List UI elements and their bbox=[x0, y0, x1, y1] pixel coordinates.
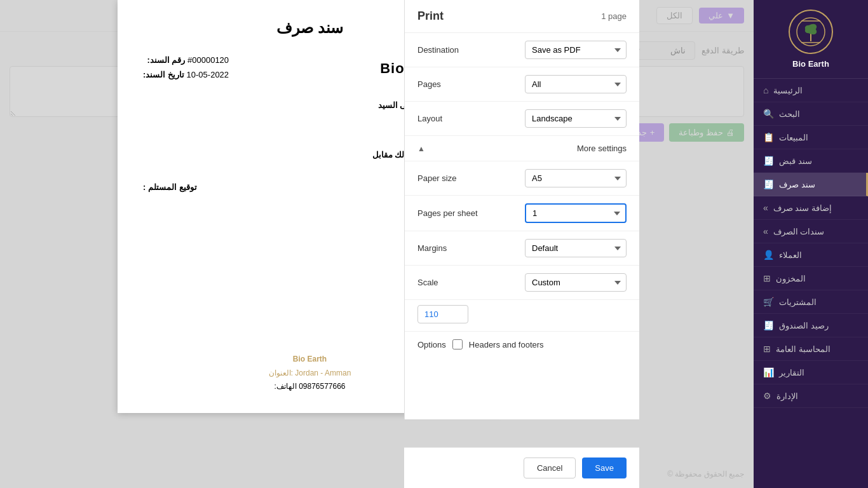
margins-label: Margins bbox=[417, 243, 447, 253]
logo-icon bbox=[795, 16, 827, 48]
scale-label: Scale bbox=[417, 278, 438, 287]
print-title: Print bbox=[417, 10, 444, 23]
scale-input-row bbox=[405, 300, 639, 332]
layout-select[interactable]: Landscape bbox=[525, 109, 627, 128]
destination-label: Destination bbox=[417, 45, 459, 55]
sidebar-logo: Bio Earth bbox=[754, 0, 868, 79]
logo-circle bbox=[789, 10, 833, 54]
payment-icon: 🧾 bbox=[763, 179, 774, 189]
headers-footers-checkbox[interactable] bbox=[452, 339, 463, 349]
more-settings-row[interactable]: ▲ More settings bbox=[405, 136, 639, 161]
scale-select[interactable]: Custom bbox=[525, 273, 627, 292]
headers-footers-label: Headers and footers bbox=[469, 340, 544, 349]
sidebar-item-customers[interactable]: العملاء 👤 bbox=[754, 243, 868, 267]
sidebar-navigation: الرئيسية ⌂ البحث 🔍 المبيعات 📋 سند قبض 🧾 … bbox=[754, 79, 868, 488]
options-label: Options bbox=[417, 340, 446, 349]
paper-size-row: Paper size A5 bbox=[405, 161, 639, 196]
options-row: Options Headers and footers bbox=[405, 332, 639, 357]
sidebar-item-search[interactable]: البحث 🔍 bbox=[754, 102, 868, 126]
pages-row: Pages All bbox=[405, 67, 639, 102]
users-icon: 👤 bbox=[763, 250, 774, 260]
chevron-up-icon: ▲ bbox=[417, 144, 425, 153]
sidebar-item-safe-balance[interactable]: رصيد الصندوق 🧾 bbox=[754, 314, 868, 337]
pages-label: Pages bbox=[417, 79, 441, 89]
receipt-icon: 🧾 bbox=[763, 156, 774, 166]
sidebar-item-payments-list[interactable]: سندات الصرف » bbox=[754, 220, 868, 243]
sales-icon: 📋 bbox=[763, 132, 774, 142]
sidebar-item-sales[interactable]: المبيعات 📋 bbox=[754, 126, 868, 149]
save-button[interactable]: Save bbox=[582, 458, 627, 478]
layout-row: Layout Landscape bbox=[405, 102, 639, 136]
home-icon: ⌂ bbox=[763, 85, 768, 95]
print-pages-info: 1 page bbox=[601, 11, 627, 21]
scale-row: Scale Custom bbox=[405, 266, 639, 300]
print-panel-header: Print 1 page bbox=[405, 0, 639, 33]
list-icon: » bbox=[763, 226, 768, 236]
paper-size-select[interactable]: A5 bbox=[525, 169, 627, 187]
sidebar-company-name: Bio Earth bbox=[792, 59, 829, 69]
layout-label: Layout bbox=[417, 114, 442, 123]
print-panel: Print 1 page Destination Save as PDF Pag… bbox=[404, 0, 639, 419]
sidebar-item-purchases[interactable]: المشتريات 🛒 bbox=[754, 290, 868, 314]
sidebar: Bio Earth الرئيسية ⌂ البحث 🔍 المبيعات 📋 … bbox=[754, 0, 868, 488]
sidebar-item-accounting[interactable]: المحاسبة العامة ⊞ bbox=[754, 337, 868, 361]
main-content: ▼ علي الكل طريقة الدفع ناش * 🖨 حفظ وطباع… bbox=[0, 0, 754, 488]
search-icon: 🔍 bbox=[763, 109, 774, 119]
paper-size-label: Paper size bbox=[417, 173, 456, 183]
warehouse-icon: ⊞ bbox=[763, 273, 771, 283]
cart-icon: 🛒 bbox=[763, 297, 774, 307]
print-overlay: سند صرف Bio Earth #00000120 رقم الس bbox=[0, 0, 754, 488]
margins-select[interactable]: Default bbox=[525, 239, 627, 257]
cancel-button[interactable]: Cancel bbox=[524, 458, 576, 478]
more-settings-label: More settings bbox=[577, 144, 627, 153]
print-footer: Cancel Save bbox=[404, 447, 639, 488]
pages-per-sheet-row: Pages per sheet 1 bbox=[405, 196, 639, 231]
pages-per-sheet-label: Pages per sheet bbox=[417, 208, 478, 218]
add-icon: » bbox=[763, 203, 768, 213]
pages-select[interactable]: All bbox=[525, 75, 627, 93]
pages-per-sheet-select[interactable]: 1 bbox=[525, 203, 627, 223]
sidebar-item-home[interactable]: الرئيسية ⌂ bbox=[754, 79, 868, 102]
sidebar-item-receipt[interactable]: سند قبض 🧾 bbox=[754, 149, 868, 173]
recipient-sig: توقيع المستلم : bbox=[143, 182, 197, 192]
sidebar-item-inventory[interactable]: المخزون ⊞ bbox=[754, 267, 868, 290]
scale-number-input[interactable] bbox=[417, 305, 468, 323]
document-info: #00000120 رقم السند: 10-05-2022 تاريخ ال… bbox=[143, 53, 229, 83]
sidebar-item-add-payment[interactable]: إضافة سند صرف » bbox=[754, 196, 868, 220]
margins-row: Margins Default bbox=[405, 231, 639, 266]
safe-icon: 🧾 bbox=[763, 320, 774, 330]
accounting-icon: ⊞ bbox=[763, 344, 771, 354]
sidebar-item-payment[interactable]: سند صرف 🧾 bbox=[754, 173, 868, 196]
destination-select[interactable]: Save as PDF bbox=[525, 41, 627, 59]
sidebar-item-reports[interactable]: التقارير 📊 bbox=[754, 361, 868, 384]
sidebar-item-admin[interactable]: الإدارة ⚙ bbox=[754, 384, 868, 408]
settings-icon: ⚙ bbox=[763, 391, 771, 401]
destination-row: Destination Save as PDF bbox=[405, 33, 639, 67]
reports-icon: 📊 bbox=[763, 367, 774, 377]
